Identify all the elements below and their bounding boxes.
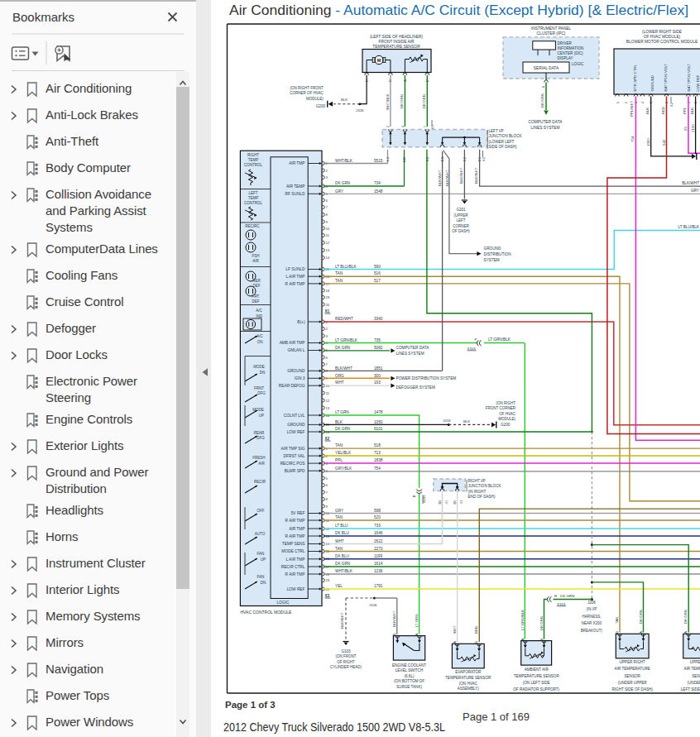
svg-text:2: 2 bbox=[326, 169, 328, 173]
svg-text:(ON BOTTOM OF: (ON BOTTOM OF bbox=[394, 679, 424, 683]
svg-text:8: 8 bbox=[326, 497, 328, 501]
svg-text:ORG: ORG bbox=[335, 374, 344, 378]
svg-text:9: 9 bbox=[326, 220, 328, 224]
svg-text:GMLAN L: GMLAN L bbox=[287, 348, 304, 352]
svg-text:518: 518 bbox=[374, 443, 381, 447]
svg-text:L4: L4 bbox=[386, 156, 390, 160]
svg-text:FRT: FRT bbox=[252, 294, 260, 299]
svg-text:5: 5 bbox=[326, 476, 328, 481]
svg-text:LT BLU/BLK: LT BLU/BLK bbox=[335, 265, 357, 269]
svg-text:LINES SYSTEM: LINES SYSTEM bbox=[531, 126, 560, 130]
svg-text:BLOWER MOTOR CONTROL MODULE: BLOWER MOTOR CONTROL MODULE bbox=[626, 40, 698, 44]
svg-text:R AIR TMP: R AIR TMP bbox=[285, 519, 305, 523]
svg-text:MODE: MODE bbox=[253, 365, 265, 369]
svg-text:LOW REF: LOW REF bbox=[696, 74, 700, 91]
svg-text:(ON RIGHT FRONT: (ON RIGHT FRONT bbox=[290, 86, 324, 90]
svg-text:J206: J206 bbox=[587, 601, 596, 605]
svg-text:RED/WHT: RED/WHT bbox=[335, 317, 353, 321]
svg-text:DRIVER: DRIVER bbox=[558, 41, 573, 45]
svg-text:DK GRN: DK GRN bbox=[335, 346, 350, 350]
svg-text:BLWR SPD: BLWR SPD bbox=[285, 469, 305, 473]
svg-text:2: 2 bbox=[386, 125, 390, 127]
svg-text:(IN RIGHT: (IN RIGHT bbox=[468, 490, 487, 494]
svg-text:TAN: TAN bbox=[335, 271, 343, 275]
svg-text:754: 754 bbox=[630, 136, 635, 142]
svg-text:6101: 6101 bbox=[374, 427, 383, 431]
svg-text:LOGIC: LOGIC bbox=[572, 62, 584, 66]
svg-text:FRONT CORNER: FRONT CORNER bbox=[486, 406, 516, 410]
svg-text:LF SUNLD: LF SUNLD bbox=[285, 267, 305, 271]
svg-text:L AIR TMP: L AIR TMP bbox=[286, 275, 305, 279]
svg-text:TAN: TAN bbox=[335, 547, 343, 551]
svg-text:RIGHT: RIGHT bbox=[247, 153, 259, 157]
svg-text:734: 734 bbox=[374, 181, 381, 185]
svg-text:DISPLAY: DISPLAY bbox=[558, 56, 573, 60]
svg-text:DK BLU: DK BLU bbox=[335, 554, 350, 558]
svg-text:R AIR TMP: R AIR TMP bbox=[285, 534, 305, 538]
svg-text:LT BLU/BLK: LT BLU/BLK bbox=[678, 225, 699, 229]
svg-text:LT GRN/BLK: LT GRN/BLK bbox=[335, 338, 358, 342]
svg-text:RER: RER bbox=[252, 279, 261, 283]
svg-text:LEFT SIDE OF DASH): LEFT SIDE OF DASH) bbox=[681, 687, 700, 692]
svg-text:J326: J326 bbox=[356, 108, 364, 112]
svg-text:2622: 2622 bbox=[374, 539, 383, 543]
svg-text:AIR TMP: AIR TMP bbox=[289, 161, 304, 165]
svg-text:BLK: BLK bbox=[645, 108, 650, 114]
svg-text:1050: 1050 bbox=[646, 138, 650, 146]
svg-text:LT BLU: LT BLU bbox=[335, 524, 348, 528]
svg-text:COLNT LVL: COLNT LVL bbox=[284, 414, 305, 418]
svg-text:B: B bbox=[412, 495, 416, 497]
svg-text:(LEFT SIDE OF HEADLINER): (LEFT SIDE OF HEADLINER) bbox=[370, 35, 424, 39]
svg-text:AMBIENT AIR: AMBIENT AIR bbox=[525, 668, 549, 672]
svg-text:20: 20 bbox=[326, 303, 330, 307]
svg-text:DK GRN: DK GRN bbox=[639, 610, 643, 624]
svg-text:COMPUTER DATA: COMPUTER DATA bbox=[396, 346, 430, 350]
svg-text:8: 8 bbox=[326, 213, 328, 217]
svg-text:1050: 1050 bbox=[374, 420, 383, 424]
svg-text:DK BLU: DK BLU bbox=[335, 531, 350, 535]
svg-text:RECIR: RECIR bbox=[254, 480, 266, 484]
svg-text:3340: 3340 bbox=[374, 317, 383, 321]
svg-text:RF SUNLD: RF SUNLD bbox=[285, 192, 306, 196]
svg-text:6: 6 bbox=[326, 483, 328, 487]
svg-text:A: A bbox=[453, 641, 457, 644]
svg-text:MTR SPD CTRL: MTR SPD CTRL bbox=[633, 64, 637, 91]
svg-text:R AIR TMP: R AIR TMP bbox=[285, 282, 305, 286]
svg-text:MODE: MODE bbox=[252, 408, 264, 412]
svg-text:2273: 2273 bbox=[374, 547, 383, 551]
svg-text:FRESH: FRESH bbox=[252, 456, 265, 460]
svg-text:9: 9 bbox=[326, 505, 328, 509]
svg-text:OF HVAC MODULE): OF HVAC MODULE) bbox=[644, 35, 681, 39]
svg-text:DK GRN: DK GRN bbox=[335, 181, 350, 185]
svg-text:B: B bbox=[474, 641, 478, 644]
svg-text:12: 12 bbox=[326, 399, 330, 403]
svg-text:GROUND: GROUND bbox=[484, 246, 501, 251]
svg-text:J106: J106 bbox=[369, 603, 377, 607]
svg-text:(ON FRONT: (ON FRONT bbox=[336, 654, 357, 658]
svg-text:R AIR TMP: R AIR TMP bbox=[285, 572, 305, 577]
svg-text:BLK/WHT: BLK/WHT bbox=[392, 610, 396, 627]
svg-text:LEFT I/P: LEFT I/P bbox=[489, 129, 504, 133]
svg-text:6: 6 bbox=[326, 199, 328, 203]
svg-text:516: 516 bbox=[374, 271, 381, 275]
svg-text:517: 517 bbox=[374, 279, 381, 283]
svg-text:B: B bbox=[615, 631, 619, 634]
svg-text:A: A bbox=[415, 633, 419, 635]
svg-text:ENGINE COOLANT: ENGINE COOLANT bbox=[392, 663, 426, 668]
svg-text:COMPUTER DATA: COMPUTER DATA bbox=[529, 120, 563, 124]
svg-text:DK GRN: DK GRN bbox=[683, 610, 688, 624]
svg-text:YEL/BLK: YEL/BLK bbox=[335, 451, 352, 455]
svg-text:5060: 5060 bbox=[374, 346, 383, 350]
svg-text:65: 65 bbox=[683, 127, 688, 131]
svg-text:MODULE): MODULE) bbox=[498, 417, 515, 421]
svg-text:TEMPERATURE SENSOR: TEMPERATURE SENSOR bbox=[445, 676, 491, 680]
svg-text:G103: G103 bbox=[341, 649, 351, 653]
svg-text:SENSOR: SENSOR bbox=[692, 674, 700, 678]
svg-text:BLK/WHT: BLK/WHT bbox=[474, 167, 478, 184]
svg-text:IGN 3: IGN 3 bbox=[295, 376, 305, 380]
svg-text:TEMP SENS: TEMP SENS bbox=[282, 542, 305, 546]
svg-text:SYSTEM: SYSTEM bbox=[484, 258, 500, 262]
svg-text:LT GRN/BLK: LT GRN/BLK bbox=[488, 337, 511, 342]
svg-text:(IN I/P: (IN I/P bbox=[587, 607, 597, 611]
svg-text:TAN: TAN bbox=[615, 617, 619, 624]
